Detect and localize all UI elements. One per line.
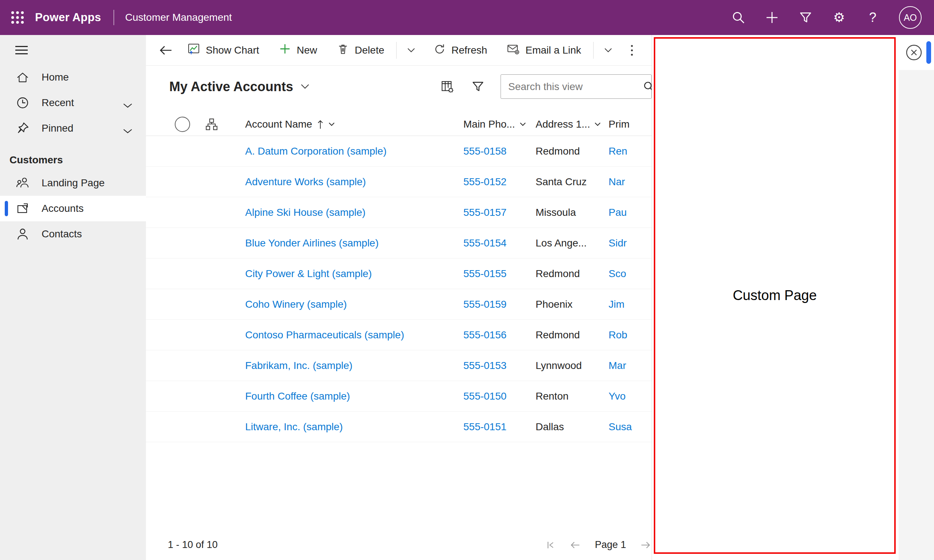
table-row[interactable]: Fourth Coffee (sample) 555-0150 Renton Y… xyxy=(146,381,652,412)
table-row[interactable]: Fabrikam, Inc. (sample) 555-0153 Lynnwoo… xyxy=(146,350,652,381)
search-input[interactable] xyxy=(501,81,640,92)
table-row[interactable]: Litware, Inc. (sample) 555-0151 Dallas S… xyxy=(146,412,652,442)
delete-button[interactable]: Delete xyxy=(327,38,394,62)
refresh-button[interactable]: Refresh xyxy=(424,38,497,62)
help-icon[interactable]: ? xyxy=(865,10,880,25)
chevron-down-icon[interactable] xyxy=(596,38,621,62)
table-row[interactable]: Contoso Pharmaceuticals (sample) 555-015… xyxy=(146,320,652,350)
column-header-main-phone[interactable]: Main Pho... xyxy=(463,118,536,130)
select-all-checkbox[interactable] xyxy=(175,117,190,132)
help-glyph: ? xyxy=(869,11,876,24)
sidebar: Home Recent Pinned Customers xyxy=(0,35,146,560)
table-row[interactable]: Coho Winery (sample) 555-0159 Phoenix Ji… xyxy=(146,289,652,320)
back-arrow-icon[interactable] xyxy=(154,38,177,62)
sidebar-item-recent[interactable]: Recent xyxy=(0,90,146,115)
next-page-icon[interactable] xyxy=(639,540,652,551)
avatar[interactable]: AO xyxy=(899,6,922,29)
table-row[interactable]: Adventure Works (sample) 555-0152 Santa … xyxy=(146,167,652,197)
table-row[interactable]: A. Datum Corporation (sample) 555-0158 R… xyxy=(146,136,652,167)
account-name-link[interactable]: Contoso Pharmaceuticals (sample) xyxy=(245,329,404,341)
chevron-down-icon[interactable] xyxy=(123,100,133,112)
chevron-down-icon[interactable] xyxy=(399,38,424,62)
main-phone-link[interactable]: 555-0151 xyxy=(463,421,506,432)
primary-contact-link[interactable]: Jim xyxy=(609,298,624,310)
primary-contact-link[interactable]: Sco xyxy=(609,268,626,279)
app-name[interactable]: Power Apps xyxy=(35,11,101,24)
sidebar-item-home[interactable]: Home xyxy=(0,65,146,90)
close-circle-icon[interactable] xyxy=(905,43,923,62)
primary-contact-link[interactable]: Mar xyxy=(609,360,626,371)
chevron-down-icon[interactable] xyxy=(123,125,133,137)
view-selector[interactable]: My Active Accounts xyxy=(169,79,310,94)
filter-icon[interactable] xyxy=(470,79,486,95)
hierarchy-icon xyxy=(196,117,227,131)
show-chart-button[interactable]: Show Chart xyxy=(177,38,269,62)
primary-contact-link[interactable]: Pau xyxy=(609,207,627,218)
column-header-address[interactable]: Address 1... xyxy=(536,118,609,130)
more-vertical-icon[interactable] xyxy=(621,38,643,62)
primary-contact-link[interactable]: Nar xyxy=(609,176,625,188)
environment-title: Customer Management xyxy=(125,12,232,23)
new-label: New xyxy=(297,45,317,56)
account-name-link[interactable]: Coho Winery (sample) xyxy=(245,298,347,310)
gear-icon[interactable]: ⚙ xyxy=(832,10,846,25)
main-phone-link[interactable]: 555-0150 xyxy=(463,391,506,402)
main-phone-link[interactable]: 555-0152 xyxy=(463,176,506,188)
account-name-link[interactable]: Blue Yonder Airlines (sample) xyxy=(245,237,379,249)
custom-page-frame: Custom Page xyxy=(654,37,896,554)
primary-contact-link[interactable]: Rob xyxy=(609,329,627,340)
primary-contact-link[interactable]: Ren xyxy=(609,145,627,157)
account-name-link[interactable]: Fabrikam, Inc. (sample) xyxy=(245,360,353,372)
sidebar-group-label: Customers xyxy=(9,154,146,166)
main-phone-link[interactable]: 555-0157 xyxy=(463,207,506,218)
first-page-icon[interactable] xyxy=(545,540,556,551)
primary-contact-link[interactable]: Yvo xyxy=(609,391,626,402)
sidebar-item-pinned[interactable]: Pinned xyxy=(0,115,146,141)
edit-columns-icon[interactable] xyxy=(439,79,455,95)
column-header-primary-contact[interactable]: Prim xyxy=(609,118,652,130)
main-phone-link[interactable]: 555-0153 xyxy=(463,360,506,371)
email-link-icon xyxy=(507,43,520,58)
account-name-link[interactable]: Fourth Coffee (sample) xyxy=(245,391,350,402)
table-row[interactable]: Blue Yonder Airlines (sample) 555-0154 L… xyxy=(146,228,652,258)
panel-strip-top xyxy=(899,35,934,70)
new-button[interactable]: New xyxy=(269,38,327,62)
column-label: Main Pho... xyxy=(463,118,515,130)
sidebar-item-landing-page[interactable]: Landing Page xyxy=(0,170,146,196)
chevron-down-icon xyxy=(300,83,310,90)
sidebar-item-label: Pinned xyxy=(42,123,73,134)
table-row[interactable]: Alpine Ski House (sample) 555-0157 Misso… xyxy=(146,197,652,228)
sidebar-item-accounts[interactable]: Accounts xyxy=(0,196,146,221)
account-name-link[interactable]: Alpine Ski House (sample) xyxy=(245,207,365,218)
main-phone-link[interactable]: 555-0156 xyxy=(463,329,506,340)
main-phone-link[interactable]: 555-0154 xyxy=(463,237,506,249)
waffle-icon-glyph xyxy=(10,10,25,25)
main-phone-link[interactable]: 555-0155 xyxy=(463,268,506,279)
sidebar-item-contacts[interactable]: Contacts xyxy=(0,221,146,247)
primary-contact-link[interactable]: Susa xyxy=(609,421,632,432)
add-icon[interactable] xyxy=(765,10,779,25)
account-name-link[interactable]: A. Datum Corporation (sample) xyxy=(245,145,386,157)
email-a-link-button[interactable]: Email a Link xyxy=(497,38,591,62)
refresh-icon xyxy=(433,43,446,58)
account-name-link[interactable]: Adventure Works (sample) xyxy=(245,176,366,188)
sort-ascending-icon xyxy=(317,119,324,130)
search-icon[interactable] xyxy=(731,10,746,25)
column-header-account-name[interactable]: Account Name xyxy=(245,118,335,130)
panel-scrollbar-thumb[interactable] xyxy=(926,41,931,64)
primary-contact-link[interactable]: Sidr xyxy=(609,237,627,249)
account-name-link[interactable]: City Power & Light (sample) xyxy=(245,268,372,280)
record-range: 1 - 10 of 10 xyxy=(168,539,218,551)
account-name-link[interactable]: Litware, Inc. (sample) xyxy=(245,421,343,433)
main-phone-link[interactable]: 555-0158 xyxy=(463,145,506,157)
previous-page-icon[interactable] xyxy=(569,540,581,551)
table-row[interactable]: City Power & Light (sample) 555-0155 Red… xyxy=(146,258,652,289)
city-cell: Missoula xyxy=(536,207,609,218)
delete-label: Delete xyxy=(354,45,384,56)
filter-icon[interactable] xyxy=(798,10,813,25)
hamburger-icon[interactable] xyxy=(15,46,28,54)
city-cell: Redmond xyxy=(536,145,609,157)
waffle-icon[interactable] xyxy=(0,0,35,35)
main-phone-link[interactable]: 555-0159 xyxy=(463,298,506,310)
city-cell: Redmond xyxy=(536,268,609,280)
